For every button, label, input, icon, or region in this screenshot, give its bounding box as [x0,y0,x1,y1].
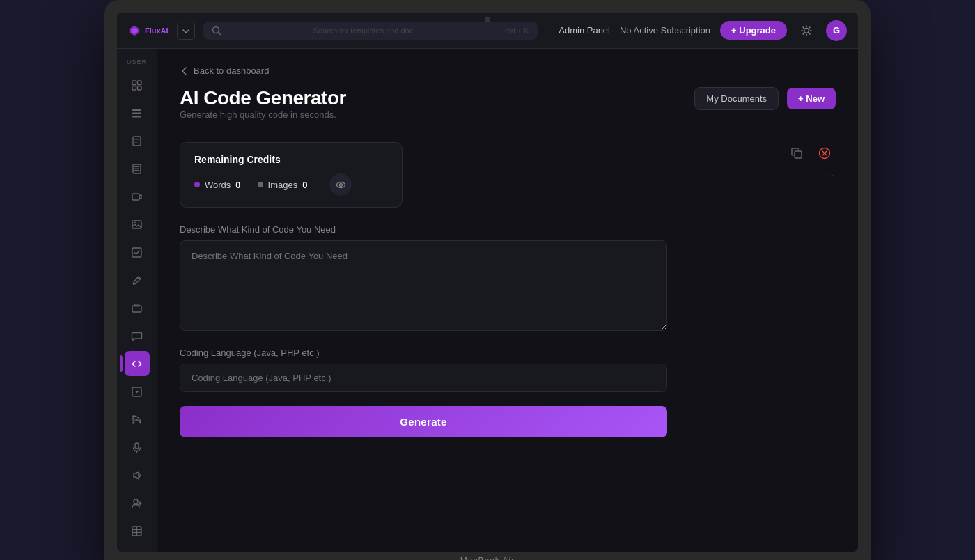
svg-point-30 [134,222,136,224]
sidebar-item-speaker[interactable] [125,462,150,488]
svg-point-38 [134,499,138,504]
logo[interactable]: FluxAI [128,24,169,37]
language-input[interactable] [180,364,667,392]
sidebar-user-label: USER [127,59,147,65]
sidebar-item-gallery[interactable] [125,295,150,320]
sidebar-item-code[interactable] [125,351,150,376]
svg-rect-29 [132,221,141,228]
describe-textarea[interactable] [180,240,667,331]
sidebar: USER [117,49,157,552]
images-credit: Images 0 [258,180,308,190]
svg-rect-47 [795,151,802,158]
sidebar-item-grid[interactable] [125,72,150,98]
header-actions: My Documents + New [694,87,836,110]
sidebar-item-table[interactable] [125,518,150,543]
credits-section: Remaining Credits Words 0 Images 0 [180,142,836,208]
content-area: Back to dashboard AI Code Generator Gene… [157,49,858,552]
subscription-status: No Active Subscription [620,25,710,36]
eye-toggle-button[interactable] [329,173,352,196]
svg-rect-14 [138,81,142,85]
sidebar-item-video[interactable] [125,184,150,209]
back-to-dashboard[interactable]: Back to dashboard [180,65,836,76]
words-value: 0 [235,180,240,190]
sidebar-item-checklist[interactable] [125,240,150,265]
credits-row: Words 0 Images 0 [194,173,388,196]
sidebar-item-user-plus[interactable] [125,490,150,515]
page-title: AI Code Generator [180,87,346,109]
svg-line-9 [803,27,804,28]
images-dot [258,182,263,187]
sidebar-item-edit[interactable] [125,267,150,293]
svg-point-46 [339,183,342,186]
page-subtitle: Generate high quality code in seconds. [180,109,346,120]
credits-title: Remaining Credits [194,154,388,165]
form-section: Describe What Kind of Code You Need Codi… [180,224,667,437]
svg-rect-16 [138,86,142,90]
svg-rect-18 [132,112,141,114]
svg-point-45 [336,182,345,187]
svg-line-11 [809,27,810,28]
new-button[interactable]: + New [787,88,836,109]
words-dot [194,182,200,187]
expand-icon[interactable] [177,22,195,40]
macbook-label: MacBook Air [117,552,858,560]
words-credit: Words 0 [194,180,241,190]
svg-point-4 [804,28,809,33]
admin-panel-button[interactable]: Admin Panel [559,25,610,36]
svg-rect-36 [135,443,139,449]
svg-line-12 [803,33,804,33]
images-value: 0 [302,180,307,190]
sidebar-item-image[interactable] [125,212,150,237]
generate-button[interactable]: Generate [180,406,667,437]
search-input[interactable]: Search for templates and doc ctrl + K [203,22,538,40]
sidebar-item-chat[interactable] [125,323,150,348]
copy-icon[interactable] [786,142,808,164]
topbar-right: Admin Panel No Active Subscription + Upg… [559,20,847,41]
svg-rect-13 [132,81,136,85]
credits-card: Remaining Credits Words 0 Images 0 [180,142,403,208]
upgrade-button[interactable]: + Upgrade [720,21,787,40]
sidebar-item-document[interactable] [125,128,150,153]
svg-rect-17 [132,109,141,111]
dots-menu[interactable]: ··· [823,169,836,180]
sidebar-item-list[interactable] [125,100,150,125]
my-documents-button[interactable]: My Documents [694,87,779,110]
svg-rect-31 [132,248,141,257]
delete-icon[interactable] [813,142,836,164]
sidebar-item-play[interactable] [125,379,150,404]
svg-rect-19 [132,116,141,118]
sidebar-item-doc-alt[interactable] [125,156,150,181]
action-icons [786,142,836,164]
svg-rect-15 [132,86,136,90]
theme-toggle-icon[interactable] [797,21,816,40]
describe-label: Describe What Kind of Code You Need [180,224,667,235]
main-layout: USER [117,49,858,552]
title-group: AI Code Generator Generate high quality … [180,87,346,137]
svg-line-10 [809,33,810,33]
search-placeholder: Search for templates and doc [313,26,414,35]
page-header: AI Code Generator Generate high quality … [180,87,836,137]
sidebar-item-rss[interactable] [125,407,150,432]
language-label: Coding Language (Java, PHP etc.) [180,348,667,358]
svg-point-35 [133,421,135,423]
user-avatar[interactable]: G [826,20,847,41]
sidebar-item-mic[interactable] [125,435,150,460]
svg-rect-28 [132,194,139,200]
svg-line-3 [218,32,220,34]
